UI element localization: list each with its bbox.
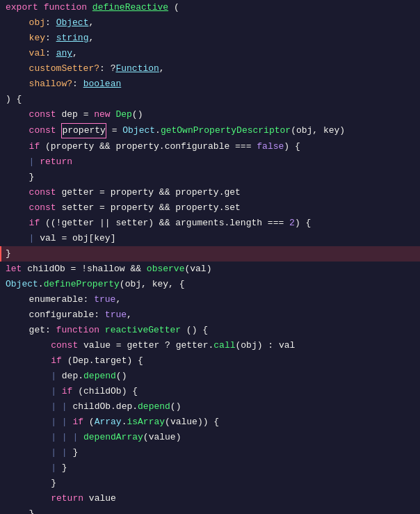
code-line: enumerable: true , (0, 292, 420, 307)
keyword: function (44, 1, 87, 15)
code-line-highlighted: } (0, 246, 420, 262)
code-line: const setter = property && property.set (0, 200, 420, 216)
code-line: ) { (0, 92, 420, 107)
code-line: | | } (0, 445, 420, 460)
code-line: if (Dep.target) { (0, 353, 420, 369)
code-line: if ((!getter || setter) && arguments.len… (0, 216, 420, 231)
code-line: } (0, 170, 420, 185)
code-line: const dep = new Dep () (0, 107, 420, 122)
code-line: configurable: true , (0, 307, 420, 323)
code-line: customSetter? : ? Function , (0, 61, 420, 77)
code-line: Object . defineProperty (obj, key, { (0, 277, 420, 292)
function-name: defineReactive (92, 1, 168, 15)
code-line: | val = obj[key] (0, 231, 420, 246)
code-line: if (property && property.configurable ==… (0, 139, 420, 154)
code-line: } (0, 476, 420, 491)
code-line: return value (0, 491, 420, 506)
code-line: | return (0, 154, 420, 170)
param: customSetter? (29, 62, 99, 76)
code-line: obj : Object , (0, 15, 420, 31)
code-line: shallow? : boolean (0, 77, 420, 92)
code-line: | dep. depend () (0, 369, 420, 384)
code-line: const property = Object . getOwnProperty… (0, 122, 420, 139)
code-line: | | childOb.dep. depend () (0, 399, 420, 415)
code-line: | } (0, 460, 420, 476)
code-line: let childOb = !shallow && observe (val) (0, 262, 420, 277)
code-line: | | if ( Array . isArray (value)) { (0, 415, 420, 430)
keyword: export (6, 1, 38, 15)
code-line: const value = getter ? getter. call (obj… (0, 338, 420, 353)
code-line: | if (childOb) { (0, 384, 420, 399)
code-container: export function defineReactive ( obj : O… (0, 0, 420, 514)
code-line: export function defineReactive ( (0, 0, 420, 15)
code-line: | | | dependArray (value) (0, 430, 420, 445)
code-line: get: function reactiveGetter () { (0, 323, 420, 338)
code-line: key : string , (0, 31, 420, 46)
code-line: }, (0, 506, 420, 514)
code-line: val : any , (0, 46, 420, 61)
code-line: const getter = property && property.get (0, 185, 420, 200)
